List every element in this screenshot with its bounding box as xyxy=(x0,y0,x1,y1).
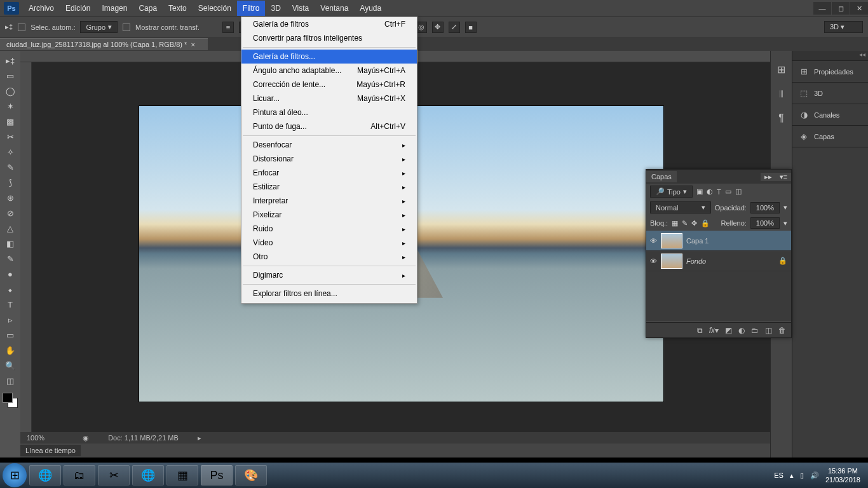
tool-icon[interactable]: ✶ xyxy=(2,99,18,113)
menu-item[interactable]: Explorar filtros en línea... xyxy=(241,287,417,301)
tool-icon[interactable]: △ xyxy=(2,221,18,235)
panel-3d[interactable]: ⬚3D xyxy=(792,83,868,104)
group-dropdown[interactable]: Grupo ▾ xyxy=(80,21,118,33)
filter-icon[interactable]: ◫ xyxy=(735,187,742,196)
opacity-flyout[interactable]: ▾ xyxy=(783,203,787,212)
kind-filter[interactable]: 🔎 Tipo ▾ xyxy=(650,186,693,198)
layer-row[interactable]: 👁Capa 1 xyxy=(646,231,791,251)
taskbar-explorer[interactable]: 🗂 xyxy=(64,465,95,485)
lock-position-icon[interactable]: ✥ xyxy=(691,219,697,227)
panel-icon[interactable]: ⫴ xyxy=(779,88,783,100)
lock-all-icon[interactable]: 🔒 xyxy=(701,219,710,227)
menu-3d[interactable]: 3D xyxy=(265,1,286,16)
tool-icon[interactable]: 🔍 xyxy=(2,358,18,372)
fill-input[interactable]: 100% xyxy=(750,217,780,229)
menu-item[interactable]: Otro xyxy=(241,250,417,264)
taskbar-powerpoint[interactable]: ▦ xyxy=(166,465,198,485)
panel-icon[interactable]: ⊞ xyxy=(777,64,785,76)
menu-ventana[interactable]: Ventana xyxy=(315,1,354,16)
taskbar-chrome2[interactable]: 🌐 xyxy=(132,465,164,485)
taskbar[interactable]: ⊞ 🌐 🗂 ✂ 🌐 ▦ Ps 🎨 ES ▴ ▯ 🔊 15:36 PM 21/03… xyxy=(0,463,868,488)
layer-row[interactable]: 👁Fondo🔒 xyxy=(646,251,791,271)
tool-icon[interactable]: T xyxy=(2,297,18,311)
layer-name[interactable]: Fondo xyxy=(686,257,706,265)
tool-icon[interactable]: ⬥ xyxy=(2,282,18,296)
layers-panel[interactable]: Capas ▸▸ ▾≡ 🔎 Tipo ▾ ▣ ◐ T ▭ ◫ Normal▾ O… xyxy=(646,169,792,338)
panel-icon[interactable]: ¶ xyxy=(778,112,784,124)
tool-icon[interactable]: ✂ xyxy=(2,130,18,144)
menu-imagen[interactable]: Imagen xyxy=(96,1,133,16)
tool-icon[interactable]: ▩ xyxy=(2,114,18,128)
lang-indicator[interactable]: ES xyxy=(774,471,783,479)
taskbar-photoshop[interactable]: Ps xyxy=(201,465,233,485)
layer-name[interactable]: Capa 1 xyxy=(686,237,709,245)
trash-icon[interactable]: 🗑 xyxy=(778,326,786,335)
tool-icon[interactable]: ◧ xyxy=(2,236,18,250)
filter-icon[interactable]: ◐ xyxy=(707,187,713,196)
mask-icon[interactable]: ◩ xyxy=(725,326,732,335)
tool-icon[interactable]: ▭ xyxy=(2,69,18,83)
timeline-tab[interactable]: Línea de tiempo xyxy=(20,445,81,456)
fx-icon[interactable]: fx▾ xyxy=(709,326,719,335)
taskbar-snip[interactable]: ✂ xyxy=(98,465,130,485)
menu-texto[interactable]: Texto xyxy=(163,1,193,16)
adjustment-icon[interactable]: ◐ xyxy=(738,326,745,335)
menu-item[interactable]: Enfocar xyxy=(241,166,417,180)
system-tray[interactable]: ES ▴ ▯ 🔊 15:36 PM 21/03/2018 xyxy=(774,466,865,484)
lock-pixels-icon[interactable]: ▦ xyxy=(672,219,678,227)
opacity-input[interactable]: 100% xyxy=(750,202,780,214)
tool-icon[interactable]: ▭ xyxy=(2,328,18,342)
lock-brush-icon[interactable]: ✎ xyxy=(682,219,688,227)
document-tab[interactable]: ciudad_luz.jpg_258117318.jpg al 100% (Ca… xyxy=(0,38,208,50)
menu-item[interactable]: Punto de fuga...Alt+Ctrl+V xyxy=(241,119,417,133)
tool-icon[interactable]: ◫ xyxy=(2,374,18,388)
taskbar-paint[interactable]: 🎨 xyxy=(235,465,267,485)
fill-flyout[interactable]: ▾ xyxy=(783,219,787,227)
new-layer-icon[interactable]: ◫ xyxy=(765,326,772,335)
menu-item[interactable]: Pixelizar xyxy=(241,208,417,222)
3d-icon[interactable]: ■ xyxy=(465,22,477,33)
panel-menu-icon[interactable]: ▾≡ xyxy=(776,173,791,181)
panel-propiedades[interactable]: ⊞Propiedades xyxy=(792,61,868,83)
3d-mode-dropdown[interactable]: 3D ▾ xyxy=(824,21,863,33)
menu-item[interactable]: Pintura al óleo... xyxy=(241,105,417,119)
ruler-vertical[interactable] xyxy=(20,62,32,432)
tool-icon[interactable]: ✧ xyxy=(2,145,18,159)
panel-collapse-icon[interactable]: ▸▸ xyxy=(761,173,776,181)
panel-capas[interactable]: ◈Capas xyxy=(792,126,868,147)
color-swatches[interactable] xyxy=(3,393,18,408)
filter-icon[interactable]: T xyxy=(717,188,721,196)
menu-edición[interactable]: Edición xyxy=(60,1,96,16)
menu-item[interactable]: Interpretar xyxy=(241,194,417,208)
minimize-button[interactable]: — xyxy=(813,2,831,15)
tool-icon[interactable]: ✎ xyxy=(2,252,18,266)
close-button[interactable]: ✕ xyxy=(850,2,868,15)
layers-tab[interactable]: Capas xyxy=(646,171,677,182)
menu-item[interactable]: Estilizar xyxy=(241,180,417,194)
menu-vista[interactable]: Vista xyxy=(287,1,315,16)
menu-ayuda[interactable]: Ayuda xyxy=(354,1,387,16)
menu-archivo[interactable]: Archivo xyxy=(23,1,60,16)
blend-mode-dropdown[interactable]: Normal▾ xyxy=(650,201,711,214)
panel-canales[interactable]: ◑Canales xyxy=(792,104,868,126)
menu-item[interactable]: Corrección de lente...Mayús+Ctrl+R xyxy=(241,78,417,92)
folder-icon[interactable]: 🗀 xyxy=(751,326,759,335)
3d-icon[interactable]: ✥ xyxy=(432,22,444,33)
tool-icon[interactable]: ✋ xyxy=(2,343,18,357)
menu-capa[interactable]: Capa xyxy=(133,1,163,16)
layer-thumbnail[interactable] xyxy=(661,233,682,248)
tool-icon[interactable]: ▹ xyxy=(2,313,18,327)
filter-menu-dropdown[interactable]: Galería de filtrosCtrl+FConvertir para f… xyxy=(241,17,417,304)
timeline-panel[interactable]: Línea de tiempo xyxy=(20,444,770,458)
layer-thumbnail[interactable] xyxy=(661,254,682,269)
start-button[interactable]: ⊞ xyxy=(3,463,27,487)
tool-icon[interactable]: ◯ xyxy=(2,84,18,98)
menu-item[interactable]: Digimarc xyxy=(241,268,417,282)
tool-icon[interactable]: ⟆ xyxy=(2,175,18,189)
menu-item[interactable]: Vídeo xyxy=(241,236,417,250)
visibility-icon[interactable]: 👁 xyxy=(650,257,657,265)
menu-selección[interactable]: Selección xyxy=(193,1,237,16)
link-layers-icon[interactable]: ⧉ xyxy=(697,326,703,335)
tool-icon[interactable]: ⊛ xyxy=(2,191,18,205)
tray-volume-icon[interactable]: 🔊 xyxy=(810,471,819,480)
